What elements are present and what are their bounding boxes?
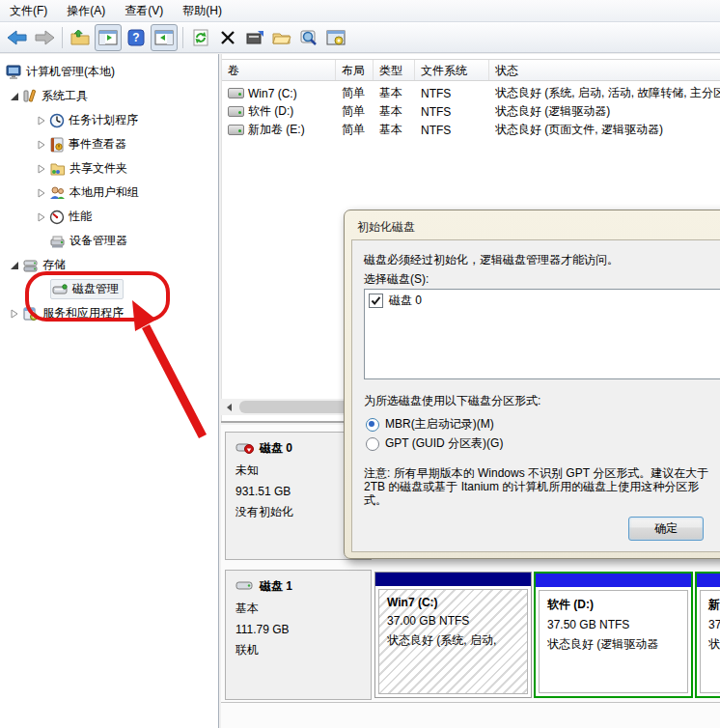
menu-view[interactable]: 查看(V) [115,1,173,21]
column-header-layout[interactable]: 布局 [336,60,374,80]
toolbar: ? [0,22,720,53]
local-users-icon [49,185,66,201]
tree-item-disk-management[interactable]: 磁盘管理 [0,277,218,301]
volume-row-d[interactable]: 软件 (D:) 简单 基本 NTFS 状态良好 (逻辑驱动器) [222,102,720,121]
tree-item-task-scheduler[interactable]: 任务计划程序 [0,108,218,132]
volume-name: 新加卷 (E:) [248,122,305,138]
menu-file[interactable]: 文件(F) [0,1,57,21]
task-scheduler-icon [49,113,65,128]
tree-item-computer-management[interactable]: 计算机管理(本地) [0,60,218,84]
display-options-icon[interactable] [296,25,321,50]
computer-management-window: 文件(F) 操作(A) 查看(V) 帮助(H) ? [0,0,720,728]
collapsed-triangle-icon[interactable] [10,309,19,319]
tree-item-device-manager[interactable]: 设备管理器 [0,229,218,253]
volume-type: 基本 [374,85,415,101]
tree-item-services-applications[interactable]: 服务和应用程序 [0,301,218,325]
gpt-radio-button[interactable] [366,437,379,451]
tree-item-label: 本地用户和组 [69,184,139,201]
expanded-triangle-icon[interactable] [10,92,19,101]
disk1-status: 联机 [235,642,371,658]
volume-list-header: 卷 布局 类型 文件系统 状态 [222,59,720,81]
help-icon[interactable]: ? [124,25,149,50]
volume-fs: NTFS [415,124,489,137]
volume-row-c[interactable]: Win7 (C:) 简单 基本 NTFS 状态良好 (系统, 启动, 活动, 故… [222,84,720,102]
tree-item-performance[interactable]: 性能 [0,205,218,229]
dialog-intro-text: 磁盘必须经过初始化，逻辑磁盘管理器才能访问。 [364,252,619,268]
dialog-client-area: 磁盘必须经过初始化，逻辑磁盘管理器才能访问。 选择磁盘(S): 磁盘 0 为所选… [351,239,720,552]
volume-layout: 简单 [336,122,374,138]
ok-button[interactable]: 确定 [628,517,704,541]
export-list-icon[interactable] [68,25,93,50]
volume-icon [228,88,244,98]
toolbar-separator [182,27,183,48]
delete-icon[interactable] [215,25,240,50]
partition-status: 状态良好 (页面文件, [708,636,720,653]
volume-name: Win7 (C:) [248,87,297,100]
disk-management-icon [52,282,69,297]
initialize-disk-dialog: 初始化磁盘 磁盘必须经过初始化，逻辑磁盘管理器才能访问。 选择磁盘(S): 磁盘… [344,210,720,559]
mbr-radio-button[interactable] [366,418,379,432]
volume-fs: NTFS [415,87,489,100]
dialog-title: 初始化磁盘 [357,219,415,236]
disk0-list-item[interactable]: 磁盘 0 [365,290,720,309]
scroll-left-arrow-icon[interactable] [221,399,237,415]
open-folder-icon[interactable] [269,25,294,50]
toolbar-separator [62,27,63,48]
collapsed-triangle-icon[interactable] [37,116,46,126]
show-console-tree-icon[interactable] [95,24,122,51]
disk-select-listbox[interactable]: 磁盘 0 [364,289,720,379]
tree-item-label: 事件查看器 [69,136,126,153]
column-header-filesystem[interactable]: 文件系统 [415,60,489,80]
disk-uninitialized-icon [235,441,255,456]
event-viewer-icon [49,137,65,153]
partition-name: 新加卷 (E:) [708,597,720,613]
partition-size: 37.00 GB NTFS [387,614,527,628]
volume-icon [228,106,244,117]
partition-win7-c[interactable]: Win7 (C:) 37.00 GB NTFS 状态良好 (系统, 启动, [374,572,532,698]
storage-icon [22,258,39,273]
menu-action[interactable]: 操作(A) [57,1,115,21]
console-window-icon[interactable] [323,25,348,50]
tree-item-system-tools[interactable]: 系统工具 [0,84,218,108]
refresh-icon[interactable] [188,25,213,50]
column-header-volume[interactable]: 卷 [222,60,336,80]
gpt-radio-label: GPT (GUID 分区表)(G) [385,435,503,452]
collapsed-triangle-icon[interactable] [37,140,46,150]
forward-icon[interactable] [32,25,57,50]
gpt-radio-row[interactable]: GPT (GUID 分区表)(G) [366,435,503,452]
ok-button-label: 确定 [654,520,678,537]
menu-help[interactable]: 帮助(H) [173,1,232,21]
partition-ruanjian-d[interactable]: 软件 (D:) 37.50 GB NTFS 状态良好 (逻辑驱动器 [534,572,693,698]
expanded-triangle-icon[interactable] [10,261,19,270]
disk0-name: 磁盘 0 [260,440,292,457]
volume-row-e[interactable]: 新加卷 (E:) 简单 基本 NTFS 状态良好 (页面文件, 逻辑驱动器) [222,121,720,139]
collapsed-triangle-icon[interactable] [37,212,46,222]
mbr-radio-row[interactable]: MBR(主启动记录)(M) [366,416,494,433]
collapsed-triangle-icon[interactable] [37,164,46,174]
tree-item-event-viewer[interactable]: 事件查看器 [0,132,218,156]
volume-type: 基本 [374,122,415,138]
menu-bar: 文件(F) 操作(A) 查看(V) 帮助(H) [0,0,720,22]
disk1-header[interactable]: 磁盘 1 基本 111.79 GB 联机 [225,570,372,700]
tree-item-shared-folders[interactable]: 共享文件夹 [0,156,218,181]
logical-partition-stripe [536,574,691,587]
note-line-3: 式。 [364,492,387,509]
properties-icon[interactable] [242,25,267,50]
column-header-status[interactable]: 状态 [489,60,720,80]
partition-xinjiajuan-e[interactable]: 新加卷 (E:) 37.50 GB NTFS 状态良好 (页面文件, [695,572,720,698]
show-action-pane-icon[interactable] [151,24,178,51]
column-header-type[interactable]: 类型 [374,60,415,80]
disk0-checkbox[interactable] [369,294,383,308]
disk1-size: 111.79 GB [235,623,371,636]
back-icon[interactable] [5,25,30,50]
logical-partition-stripe [697,574,720,587]
tree-item-storage[interactable]: 存储 [0,253,218,277]
tree-item-local-users-groups[interactable]: 本地用户和组 [0,181,218,205]
checkmark-icon [371,295,381,306]
tree-item-label: 性能 [69,209,92,225]
volume-status: 状态良好 (逻辑驱动器) [489,103,720,120]
tree-item-label: 计算机管理(本地) [26,64,115,80]
collapsed-triangle-icon[interactable] [37,188,46,198]
tree-item-label: 磁盘管理 [72,281,119,297]
disk-row-separator [221,702,720,703]
